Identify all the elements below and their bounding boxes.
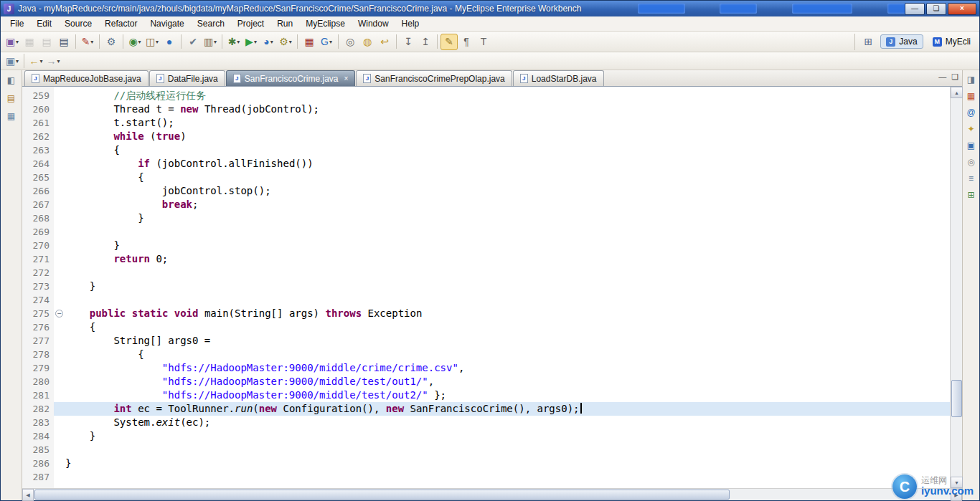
run-last-launched-icon[interactable]: ▣▾ [4, 53, 21, 70]
tab-close-icon[interactable]: × [344, 75, 349, 82]
new-wizard-icon[interactable]: ▣▾ [4, 34, 21, 50]
code-line[interactable]: 277 String[] args0 = [22, 334, 950, 348]
coverage-icon[interactable]: ▦ [301, 34, 318, 50]
show-whitespace-icon[interactable]: ¶ [458, 34, 475, 50]
titlebar[interactable]: J Java - myMapReduce/src/main/java/zhoul… [1, 1, 979, 16]
problems-icon[interactable]: ⊞ [964, 189, 978, 201]
perspective-myecli[interactable]: MMyEcli [927, 34, 976, 49]
mark-occurrences-icon[interactable]: ✎ [440, 34, 458, 50]
line-number[interactable]: 280 [22, 375, 54, 388]
line-number[interactable]: 276 [22, 320, 54, 334]
restore-views-icon[interactable]: ◨ [964, 73, 978, 86]
line-number[interactable]: 264 [22, 157, 54, 171]
code-line[interactable]: 274 [22, 293, 950, 307]
open-type-icon[interactable]: ◎ [341, 34, 359, 50]
menu-search[interactable]: Search [191, 17, 231, 30]
code-line[interactable]: 267 break; [22, 198, 950, 211]
new-package-icon[interactable]: ◫▾ [143, 34, 161, 50]
horizontal-scrollbar[interactable]: ◀ ▶ [22, 488, 962, 500]
line-number[interactable]: 279 [22, 361, 54, 375]
line-number[interactable]: 273 [22, 280, 54, 293]
deploy-icon[interactable]: ⚙ [103, 34, 120, 50]
javadoc-icon[interactable]: @ [964, 106, 978, 119]
back-icon[interactable]: ←▾ [27, 53, 44, 70]
code-line[interactable]: 259 //启动线程运行任务 [22, 89, 950, 102]
line-number[interactable]: 287 [22, 470, 54, 484]
open-perspective-icon[interactable]: ⊞ [859, 34, 877, 50]
code-line[interactable]: 268 } [22, 211, 950, 225]
menu-navigate[interactable]: Navigate [143, 17, 190, 30]
close-button[interactable]: × [948, 3, 976, 15]
line-number[interactable]: 282 [22, 402, 54, 416]
menu-run[interactable]: Run [270, 17, 299, 30]
code-line[interactable]: 260 Thread t = new Thread(jobControl); [22, 102, 950, 116]
scroll-up-icon[interactable]: ▲ [951, 87, 963, 98]
run-icon[interactable]: ▶▾ [242, 34, 260, 50]
code-line[interactable]: 271 return 0; [22, 252, 950, 266]
line-number[interactable]: 269 [22, 225, 54, 239]
line-number[interactable]: 275 [22, 307, 54, 320]
vertical-scrollbar[interactable]: ▲ ▼ [950, 87, 962, 488]
last-edit-location-icon[interactable]: ↩ [376, 34, 393, 50]
web-browser-icon[interactable]: ● [161, 34, 178, 50]
line-number[interactable]: 274 [22, 293, 54, 307]
new-web-project-icon[interactable]: ✎▾ [79, 34, 96, 50]
save-icon[interactable]: ▦ [21, 34, 38, 50]
navigator-icon[interactable]: ▦ [4, 110, 18, 123]
line-number[interactable]: 284 [22, 429, 54, 443]
line-number[interactable]: 260 [22, 102, 54, 116]
line-number[interactable]: 267 [22, 198, 54, 211]
prev-annotation-icon[interactable]: ↥ [417, 34, 434, 50]
code-line[interactable]: 284 } [22, 429, 950, 443]
code-line[interactable]: 286} [22, 457, 950, 470]
code-line[interactable]: 270 } [22, 239, 950, 252]
code-line[interactable]: 269 [22, 225, 950, 239]
menu-help[interactable]: Help [395, 17, 426, 30]
minimize-button[interactable]: — [905, 3, 925, 15]
line-number[interactable]: 263 [22, 143, 54, 157]
profile-icon[interactable]: ◕▾ [260, 34, 277, 50]
fold-collapse-icon[interactable]: − [55, 310, 63, 318]
editor-tab[interactable]: JSanFranciscoCrimePrepOlap.java [356, 70, 512, 86]
code-line[interactable]: 280 "hdfs://HadoopMaster:9000/middle/tes… [22, 375, 950, 388]
menu-source[interactable]: Source [58, 17, 98, 30]
minimize-editor-icon[interactable]: — [938, 73, 946, 81]
outline-icon[interactable]: ≡ [964, 172, 978, 185]
code-line[interactable]: 263 { [22, 143, 950, 157]
code-line[interactable]: 287 [22, 470, 950, 484]
line-number[interactable]: 283 [22, 416, 54, 429]
line-number[interactable]: 262 [22, 130, 54, 143]
line-number[interactable]: 281 [22, 388, 54, 402]
print-icon[interactable]: ▤ [55, 34, 72, 50]
line-number[interactable]: 278 [22, 348, 54, 361]
code-line[interactable]: 272 [22, 266, 950, 280]
scroll-left-icon[interactable]: ◀ [22, 489, 34, 501]
console-icon[interactable]: ▣ [964, 139, 978, 152]
maximize-editor-icon[interactable]: ❏ [951, 73, 958, 81]
editor-tab[interactable]: JLoadStarDB.java [513, 70, 604, 86]
menu-file[interactable]: File [4, 17, 30, 30]
vertical-scrollbar-thumb[interactable] [951, 380, 962, 417]
code-line[interactable]: 279 "hdfs://HadoopMaster:9000/middle/cri… [22, 361, 950, 375]
line-number[interactable]: 286 [22, 457, 54, 470]
maximize-button[interactable]: ❏ [926, 3, 946, 15]
next-annotation-icon[interactable]: ↧ [400, 34, 417, 50]
line-number[interactable]: 268 [22, 211, 54, 225]
forward-icon[interactable]: →▾ [44, 53, 62, 70]
restore-views-icon[interactable]: ◧ [4, 74, 18, 87]
editor-tab[interactable]: JMapReduceJobBase.java [24, 70, 149, 86]
error-log-icon[interactable]: ▦ [964, 90, 978, 102]
editor-tab[interactable]: JSanFranciscoCrime.java× [226, 70, 356, 86]
snippets-icon[interactable]: ✦ [964, 123, 978, 135]
line-number[interactable]: 277 [22, 334, 54, 348]
code-line[interactable]: 278 { [22, 348, 950, 361]
show-source-of-selection-icon[interactable]: T [475, 34, 492, 50]
code-line[interactable]: 282 int ec = ToolRunner.run(new Configur… [22, 402, 950, 416]
menu-myeclipse[interactable]: MyEclipse [299, 17, 352, 30]
package-explorer-icon[interactable]: ▤ [4, 92, 18, 105]
code-line[interactable]: 261 t.start(); [22, 116, 950, 130]
menu-refactor[interactable]: Refactor [98, 17, 143, 30]
validate-icon[interactable]: ✔ [184, 34, 202, 50]
code-line[interactable]: 266 jobControl.stop(); [22, 184, 950, 198]
search-icon[interactable]: ◍ [359, 34, 376, 50]
